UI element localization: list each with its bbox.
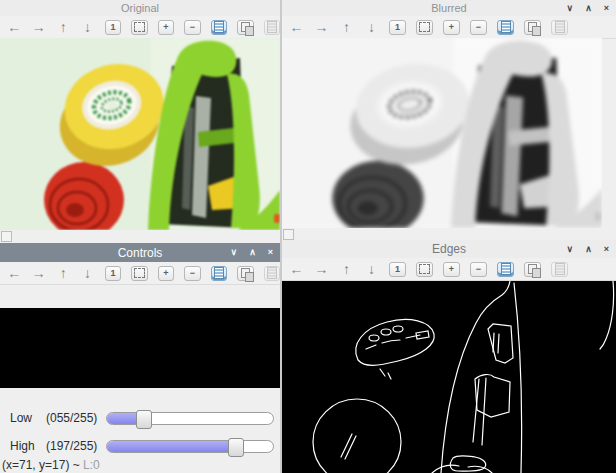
edges-image: [282, 281, 616, 473]
pan-up-button[interactable]: ↑: [56, 266, 70, 280]
scroll-corner-button[interactable]: [1, 231, 12, 242]
copy-clipboard-button[interactable]: [237, 266, 253, 281]
pan-right-button[interactable]: →: [314, 262, 329, 276]
copy-clipboard-button[interactable]: [524, 262, 541, 277]
zoom-fit-button[interactable]: [131, 266, 147, 281]
window-controls: Controls ∨ ∧ × ←→↑↓1+− Low (055/255) Hig…: [0, 243, 280, 473]
image-canvas-controls[interactable]: [0, 308, 280, 388]
close-button[interactable]: ×: [604, 245, 609, 254]
zoom-x1-button[interactable]: 1: [389, 20, 406, 35]
pan-down-button[interactable]: ↓: [364, 20, 379, 34]
maximize-button[interactable]: ∧: [585, 4, 592, 13]
zoom-x1-button[interactable]: 1: [105, 20, 121, 35]
properties-button[interactable]: [551, 262, 568, 277]
trackbar-low-value: (055/255): [46, 411, 106, 425]
zoom-fit-button[interactable]: [416, 20, 433, 35]
properties-button[interactable]: [264, 20, 280, 35]
pan-left-button[interactable]: ←: [7, 266, 21, 280]
titlebar-blurred[interactable]: Blurred ∨ ∧ ×: [282, 0, 616, 16]
image-canvas-original[interactable]: [0, 38, 280, 230]
zoom-in-button[interactable]: +: [158, 266, 174, 281]
trackbar-low-slider[interactable]: [106, 412, 274, 425]
copy-clipboard-icon: [528, 264, 537, 274]
zoom-fit-button[interactable]: [416, 262, 433, 277]
minimize-button[interactable]: ∨: [231, 248, 238, 257]
zoom-in-button[interactable]: +: [443, 20, 460, 35]
properties-icon: [555, 21, 565, 33]
save-image-button[interactable]: [497, 262, 514, 277]
zoom-x1-button[interactable]: 1: [389, 262, 406, 277]
scroll-corner-button[interactable]: [283, 229, 294, 240]
trackbar-high-slider[interactable]: [106, 440, 274, 453]
image-canvas-edges[interactable]: [282, 281, 616, 473]
save-image-button[interactable]: [211, 20, 227, 35]
pan-down-button[interactable]: ↓: [80, 266, 94, 280]
trackbar-high-value: (197/255): [46, 439, 106, 453]
close-button[interactable]: ×: [268, 248, 273, 257]
pan-left-button[interactable]: ←: [289, 262, 304, 276]
zoom-out-button[interactable]: −: [470, 20, 487, 35]
zoom-in-icon: +: [449, 265, 454, 274]
pan-down-button[interactable]: ↓: [80, 20, 94, 34]
copy-clipboard-icon: [528, 22, 537, 32]
titlebar-original[interactable]: Original: [0, 0, 280, 16]
toolbar-blurred: ←→↑↓1+−: [282, 16, 616, 39]
window-buttons: ∨ ∧ ×: [567, 0, 609, 16]
zoom-x1-button[interactable]: 1: [105, 266, 121, 281]
zoom-fit-icon: [419, 22, 430, 32]
pan-left-button[interactable]: ←: [7, 20, 21, 34]
slider-handle[interactable]: [136, 410, 152, 429]
zoom-out-button[interactable]: −: [470, 262, 487, 277]
pan-down-button[interactable]: ↓: [364, 262, 379, 276]
scroll-corner-strip: [282, 228, 616, 240]
pan-up-button[interactable]: ↑: [339, 20, 354, 34]
pan-up-button[interactable]: ↑: [339, 262, 354, 276]
pan-up-button[interactable]: ↑: [56, 20, 70, 34]
zoom-out-icon: −: [190, 23, 195, 32]
toolbar-controls: ←→↑↓1+−: [0, 262, 280, 285]
blurred-photo: [282, 38, 602, 228]
pan-left-button[interactable]: ←: [289, 20, 304, 34]
save-image-icon: [501, 21, 511, 33]
window-buttons: ∨ ∧ ×: [231, 243, 273, 262]
window-title: Original: [121, 2, 159, 14]
zoom-in-icon: +: [163, 269, 168, 278]
pan-right-button[interactable]: →: [31, 266, 45, 280]
minimize-button[interactable]: ∨: [567, 4, 574, 13]
zoom-fit-button[interactable]: [131, 20, 147, 35]
save-image-button[interactable]: [211, 266, 227, 281]
zoom-out-icon: −: [190, 269, 195, 278]
zoom-x1-icon: 1: [395, 23, 400, 32]
zoom-x1-icon: 1: [111, 269, 116, 278]
save-image-button[interactable]: [497, 20, 514, 35]
cursor-position-text: (x=71, y=17) ~: [2, 458, 80, 472]
zoom-out-button[interactable]: −: [184, 20, 200, 35]
minimize-button[interactable]: ∨: [567, 245, 574, 254]
status-bar: (x=71, y=17) ~ L:0: [2, 458, 280, 472]
zoom-out-icon: −: [476, 265, 481, 274]
close-button[interactable]: ×: [604, 4, 609, 13]
copy-clipboard-button[interactable]: [237, 20, 253, 35]
copy-clipboard-icon: [241, 22, 250, 32]
zoom-out-button[interactable]: −: [184, 266, 200, 281]
window-original: Original ←→↑↓1+−: [0, 0, 280, 243]
maximize-button[interactable]: ∧: [249, 248, 256, 257]
maximize-button[interactable]: ∧: [585, 245, 592, 254]
titlebar-controls[interactable]: Controls ∨ ∧ ×: [0, 243, 280, 262]
titlebar-edges[interactable]: Edges ∨ ∧ ×: [282, 240, 616, 258]
trackbar-high-label: High: [10, 439, 46, 453]
properties-button[interactable]: [264, 266, 280, 281]
zoom-in-icon: +: [449, 23, 454, 32]
copy-clipboard-button[interactable]: [524, 20, 541, 35]
zoom-in-button[interactable]: +: [443, 262, 460, 277]
properties-button[interactable]: [551, 20, 568, 35]
save-image-icon: [214, 21, 224, 33]
image-canvas-blurred[interactable]: [282, 38, 602, 228]
zoom-in-button[interactable]: +: [158, 20, 174, 35]
pan-right-button[interactable]: →: [314, 20, 329, 34]
properties-icon: [267, 267, 277, 279]
original-photo: [0, 38, 280, 230]
properties-icon: [555, 263, 565, 275]
pan-right-button[interactable]: →: [31, 20, 45, 34]
slider-handle[interactable]: [228, 438, 244, 457]
